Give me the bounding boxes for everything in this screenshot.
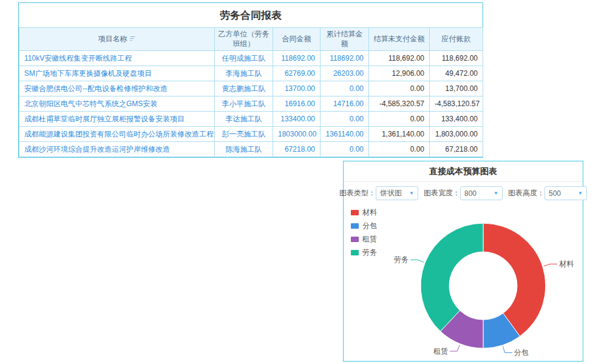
- pie-label: 租赁: [433, 347, 448, 356]
- chart-width-select[interactable]: 800 ▼: [460, 186, 503, 200]
- contract-amount-cell: 67218.00: [273, 142, 320, 157]
- pie-slice-劳务[interactable]: [421, 223, 483, 331]
- legend-label: 劳务: [362, 248, 377, 258]
- settled-amount-cell: 0.00: [320, 142, 369, 157]
- chart-area: 材料分包租赁劳务 材料分包租赁劳务: [344, 203, 583, 362]
- unit-cell: 黄志鹏施工队: [215, 81, 273, 96]
- chart-type-control: 图表类型： 饼状图 ▼: [339, 186, 418, 200]
- table-row: 北京朝阳区电气中芯特气系统之GMS安装李小平施工队16916.0014716.0…: [19, 96, 483, 112]
- unit-cell: 陈海施工队: [215, 142, 273, 157]
- project-name-cell[interactable]: SM广场地下车库更换摄像机及硬盘项目: [19, 66, 215, 81]
- legend-label: 分包: [362, 221, 377, 231]
- labor-contract-report: 劳务合同报表 项目名称 乙方单位（劳务班组） 合同金额 累计结算金额 结算未支付…: [18, 2, 483, 158]
- chevron-down-icon: ▼: [578, 191, 583, 196]
- unpaid-amount-cell: 118,692.00: [369, 51, 430, 66]
- table-row: 安徽合肥供电公司--配电设备检修维护和改造黄志鹏施工队13700.000.000…: [19, 81, 483, 96]
- payable-cell: 13,700.00: [430, 81, 483, 96]
- project-name-cell[interactable]: 北京朝阳区电气中芯特气系统之GMS安装: [19, 96, 215, 112]
- unpaid-amount-cell: 0.00: [369, 81, 430, 96]
- payable-cell: 49,472.00: [430, 66, 483, 81]
- legend-swatch: [351, 223, 359, 229]
- contract-amount-cell: 13700.00: [273, 81, 320, 96]
- contract-amount-cell: 16916.00: [273, 96, 320, 112]
- legend-label: 租赁: [362, 234, 377, 244]
- contract-amount-cell: 1803000.00: [273, 127, 320, 142]
- unit-cell: 彭一亮施工队: [215, 127, 273, 142]
- table-row: 成都杜甫草堂临时展厅独立展柜报警设备安装项目李达施工队133400.000.00…: [19, 112, 483, 127]
- pie-label-line: [544, 264, 557, 266]
- col-unit: 乙方单位（劳务班组）: [215, 28, 273, 51]
- payable-cell: -4,583,120.57: [430, 96, 483, 112]
- legend-swatch: [351, 237, 359, 242]
- legend-label: 材料: [362, 207, 377, 218]
- chart-title: 直接成本预算图表: [344, 161, 583, 182]
- chevron-down-icon: ▼: [493, 191, 498, 196]
- chart-legend: 材料分包租赁劳务: [351, 207, 377, 258]
- pie-label: 材料: [558, 260, 574, 268]
- project-name-cell[interactable]: 成都杜甫草堂临时展厅独立展柜报警设备安装项目: [19, 112, 215, 127]
- chart-width-control: 图表宽度： 800 ▼: [424, 186, 503, 200]
- payable-cell: 67,218.00: [430, 142, 483, 157]
- unpaid-amount-cell: 12,906.00: [369, 66, 430, 81]
- report-title: 劳务合同报表: [19, 3, 483, 27]
- unpaid-amount-cell: 0.00: [369, 112, 430, 127]
- contract-amount-cell: 118692.00: [273, 51, 320, 66]
- chart-height-control: 图表高度： 500 ▼: [508, 186, 587, 200]
- legend-item-材料[interactable]: 材料: [351, 207, 377, 218]
- payable-cell: 1,803,000.00: [430, 127, 483, 142]
- chart-height-label: 图表高度：: [508, 188, 544, 198]
- unit-cell: 李小平施工队: [215, 96, 273, 112]
- pie-label: 分包: [514, 348, 529, 357]
- unit-cell: 李海施工队: [215, 66, 273, 81]
- pie-label-line: [450, 345, 459, 351]
- legend-swatch: [351, 250, 359, 255]
- contract-amount-cell: 62769.00: [273, 66, 320, 81]
- col-project-name[interactable]: 项目名称: [19, 28, 215, 51]
- contract-amount-cell: 133400.00: [273, 112, 320, 127]
- chart-height-select[interactable]: 500 ▼: [544, 186, 587, 200]
- col-project-name-label: 项目名称: [98, 35, 127, 43]
- unpaid-amount-cell: -4,585,320.57: [369, 96, 430, 112]
- chart-controls: 图表类型： 饼状图 ▼ 图表宽度： 800 ▼ 图表高度： 500 ▼: [344, 182, 583, 203]
- payable-cell: 133,400.00: [430, 112, 483, 127]
- unpaid-amount-cell: 0.00: [369, 142, 430, 157]
- table-row: SM广场地下车库更换摄像机及硬盘项目李海施工队62769.0026203.001…: [19, 66, 483, 81]
- table-row: 成都沙河环境综合提升改造运河护岸维修改造陈海施工队67218.000.000.0…: [19, 142, 483, 157]
- legend-item-分包[interactable]: 分包: [351, 221, 377, 231]
- payable-cell: 118,692.00: [430, 51, 483, 66]
- settled-amount-cell: 0.00: [320, 81, 369, 96]
- col-contract-amount: 合同金额: [273, 28, 320, 51]
- settled-amount-cell: 1361140.00: [320, 127, 369, 142]
- chart-width-value: 800: [464, 189, 476, 198]
- table-row: 110kV安徽线程集变开断线路工程任明成施工队118692.00118692.0…: [19, 51, 483, 66]
- col-settled-amount: 累计结算金额: [320, 28, 369, 51]
- col-payable: 应付账款: [430, 28, 483, 51]
- report-table: 项目名称 乙方单位（劳务班组） 合同金额 累计结算金额 结算未支付金额 应付账款…: [19, 27, 483, 157]
- chart-width-label: 图表宽度：: [424, 188, 460, 198]
- legend-item-租赁[interactable]: 租赁: [351, 234, 377, 244]
- chart-type-value: 饼状图: [380, 188, 402, 198]
- pie-label-line: [503, 346, 512, 352]
- chart-panel: 直接成本预算图表 图表类型： 饼状图 ▼ 图表宽度： 800 ▼ 图表高度： 5…: [343, 161, 583, 362]
- legend-item-劳务[interactable]: 劳务: [351, 248, 377, 258]
- settled-amount-cell: 0.00: [320, 112, 369, 127]
- chart-type-label: 图表类型：: [339, 188, 376, 198]
- donut-chart: 材料分包租赁劳务: [344, 203, 583, 362]
- project-name-cell[interactable]: 110kV安徽线程集变开断线路工程: [19, 51, 215, 66]
- chart-type-select[interactable]: 饼状图 ▼: [376, 186, 418, 200]
- chart-height-value: 500: [549, 189, 561, 198]
- settled-amount-cell: 118692.00: [320, 51, 369, 66]
- project-name-cell[interactable]: 成都能源建设集团投资有限公司临时办公场所装修改造工程EPC: [19, 127, 215, 142]
- unpaid-amount-cell: 1,361,140.00: [369, 127, 430, 142]
- project-name-cell[interactable]: 成都沙河环境综合提升改造运河护岸维修改造: [19, 142, 215, 157]
- settled-amount-cell: 26203.00: [320, 66, 369, 81]
- unit-cell: 任明成施工队: [215, 51, 273, 66]
- settled-amount-cell: 14716.00: [320, 96, 369, 112]
- project-name-cell[interactable]: 安徽合肥供电公司--配电设备检修维护和改造: [19, 81, 215, 96]
- table-header-row: 项目名称 乙方单位（劳务班组） 合同金额 累计结算金额 结算未支付金额 应付账款: [19, 28, 483, 51]
- sort-icon[interactable]: [129, 35, 136, 42]
- table-row: 成都能源建设集团投资有限公司临时办公场所装修改造工程EPC彭一亮施工队18030…: [19, 127, 483, 142]
- pie-label: 劳务: [394, 255, 409, 264]
- unit-cell: 李达施工队: [215, 112, 273, 127]
- col-unpaid-amount: 结算未支付金额: [369, 28, 430, 51]
